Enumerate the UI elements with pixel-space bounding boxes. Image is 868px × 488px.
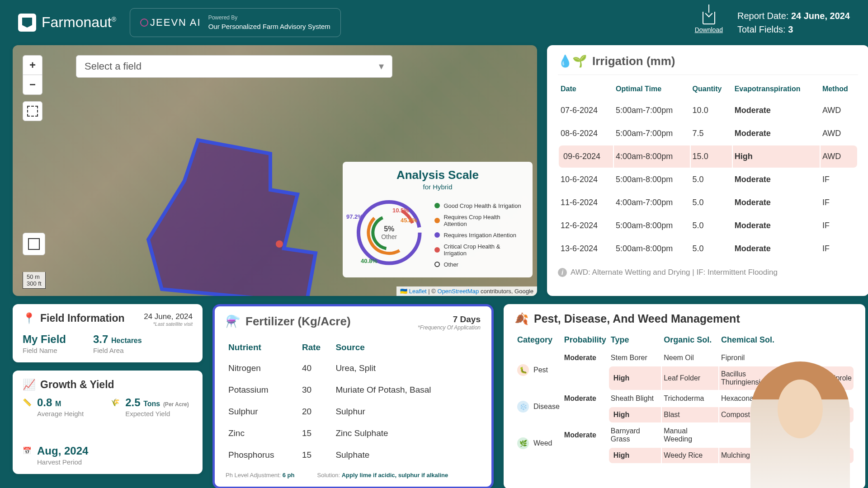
irrigation-panel: 💧🌱 Irrigation (mm) Date Optimal Time Qua… — [547, 45, 868, 296]
field-icon: 🌾 — [111, 398, 121, 408]
analysis-subtitle: for Hybrid — [351, 183, 524, 191]
jeevn-circle-icon — [140, 19, 148, 27]
fertilizer-table: Nutrient Rate Source Nitrogen40Urea, Spl… — [226, 337, 481, 466]
field-info-title: 📍Field Information — [23, 312, 125, 324]
brand-logo: Farmonaut® — [18, 14, 116, 32]
fertilizer-row: Phosphorus15Sulphate — [226, 445, 480, 465]
jeevn-box: JEEVN AI Powered By Our Personalized Far… — [130, 8, 341, 37]
weed-icon: 🌿 — [517, 437, 529, 449]
fertilizer-row: Nitrogen40Urea, Split — [226, 358, 480, 379]
pest-icon: 🐛 — [517, 364, 529, 376]
avg-height-value: 0.8 M — [37, 396, 84, 409]
analysis-scale-panel: Analysis Scale for Hybrid 5% Other 97.2% — [343, 162, 533, 277]
growth-yield-panel: 📈Growth & Yield 📏 0.8 M Average Height 🌾… — [13, 371, 203, 474]
irrigation-row: 09-6-20244:00am-8:00pm15.0HighAWD — [559, 145, 857, 168]
harvest-value: Aug, 2024 — [37, 445, 88, 457]
download-label: Download — [695, 26, 723, 33]
ruler-icon: 📏 — [23, 398, 33, 408]
fullscreen-button[interactable] — [23, 101, 42, 121]
field-info-date: 24 June, 2024*Last satellite visit — [144, 312, 193, 327]
pest-title: 🍂Pest, Disease, And Weed Management — [514, 312, 854, 330]
fertilizer-row: Potassium30Muriate Of Potash, Basal — [226, 380, 480, 400]
donut-center: 5% Other — [381, 225, 397, 240]
yield-value: 2.5 Tons (Per Acre) — [125, 396, 189, 409]
assistant-avatar — [750, 361, 850, 488]
field-name-value: My Field — [23, 333, 66, 346]
field-info-panel: 📍Field Information 24 June, 2024*Last sa… — [13, 304, 203, 362]
irrigation-table: Date Optimal Time Quantity Evapotranspir… — [558, 79, 858, 261]
map-attribution: 🇺🇦 Leaflet | © OpenStreetMap contributor… — [396, 286, 537, 296]
report-info: Report Date: 24 June, 2024 Total Fields:… — [737, 9, 850, 36]
map-zoom-controls: + − — [23, 55, 42, 121]
leaf-icon: 🍂 — [514, 312, 528, 325]
analysis-legend: Good Crop Health & Irrigation Requires C… — [434, 202, 524, 271]
irrigation-footnote: i AWD: Alternate Wetting and Drying | IF… — [558, 268, 858, 277]
irrigation-row: 12-6-20245:00am-8:00pm5.0ModerateIF — [559, 215, 857, 237]
brand-name: Farmonaut® — [42, 14, 116, 31]
osm-link[interactable]: OpenStreetMap — [438, 288, 479, 295]
irrigation-icon: 💧🌱 — [558, 54, 587, 68]
analysis-donut-chart: 5% Other 97.2% 10.5% 45.8% 40.8% — [351, 194, 427, 271]
flask-icon: ⚗️ — [226, 314, 240, 328]
growth-title: 📈Growth & Yield — [23, 379, 193, 391]
jeevn-logo: JEEVN AI — [140, 17, 201, 28]
field-select-dropdown[interactable]: Select a field — [76, 55, 392, 78]
brand-logo-icon — [18, 14, 36, 32]
fertilizer-panel: ⚗️Fertilizer (Kg/Acre) 7 Days*Frequency … — [212, 304, 494, 488]
info-icon: i — [558, 268, 567, 277]
irrigation-title: 💧🌱 Irrigation (mm) — [558, 54, 858, 75]
field-polygon[interactable] — [144, 136, 343, 296]
disease-icon: ❄️ — [517, 401, 529, 413]
fertilizer-frequency: 7 Days*Frequency Of Application — [418, 314, 481, 331]
map-scale: 50 m300 ft — [23, 272, 46, 289]
header: Farmonaut® JEEVN AI Powered By Our Perso… — [0, 0, 868, 45]
fertilizer-title: ⚗️Fertilizer (Kg/Acre) — [226, 314, 351, 328]
location-pin-icon: 📍 — [23, 312, 36, 324]
field-area-value: 3.7 Hectares — [93, 333, 142, 346]
fertilizer-row: Zinc15Zinc Sulphate — [226, 423, 480, 444]
analysis-title: Analysis Scale — [351, 168, 524, 182]
leaflet-link[interactable]: Leaflet — [409, 288, 427, 295]
header-right: Download Report Date: 24 June, 2024 Tota… — [695, 9, 850, 36]
irrigation-row: 10-6-20245:00am-8:00pm5.0ModerateIF — [559, 169, 857, 191]
irrigation-row: 11-6-20244:00am-7:00pm5.0ModerateIF — [559, 192, 857, 214]
irrigation-row: 13-6-20245:00am-8:00pm5.0ModerateIF — [559, 238, 857, 260]
jeevn-tagline: Powered By Our Personalized Farm Advisor… — [208, 14, 330, 31]
fertilizer-footnote: Ph Level Adjustment: 6 ph Solution: Appl… — [226, 472, 481, 479]
zoom-in-button[interactable]: + — [23, 55, 42, 75]
download-button[interactable]: Download — [695, 12, 723, 33]
layers-button[interactable] — [23, 233, 45, 255]
map-panel[interactable]: + − 50 m300 ft Select a field Analysis S… — [13, 45, 537, 296]
zoom-out-button[interactable]: − — [23, 75, 42, 95]
growth-arrow-icon: 📈 — [23, 379, 36, 391]
irrigation-row: 08-6-20245:00am-7:00pm7.5ModerateAWD — [559, 122, 857, 145]
fertilizer-row: Sulphur20Sulphur — [226, 401, 480, 422]
calendar-icon: 📅 — [23, 446, 33, 456]
download-icon — [703, 12, 715, 24]
irrigation-row: 07-6-20245:00am-7:00pm10.0ModerateAWD — [559, 99, 857, 122]
svg-point-0 — [276, 240, 283, 248]
